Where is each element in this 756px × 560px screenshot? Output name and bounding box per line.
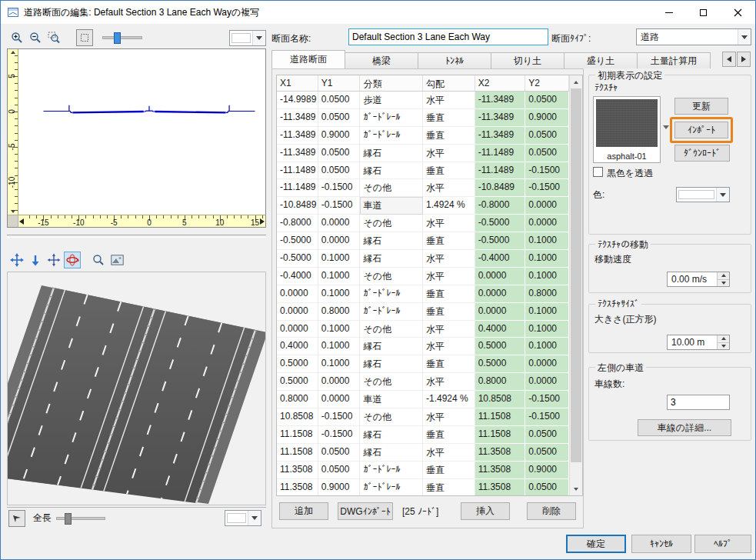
table-cell[interactable]: 0.0500 xyxy=(525,426,569,444)
table-row[interactable]: -0.50000.0000縁石垂直-0.50000.1000 xyxy=(277,232,569,250)
table-row[interactable]: -11.1489-0.1500その他水平-10.8489-0.1500 xyxy=(277,179,569,197)
column-header[interactable]: 分類 xyxy=(360,75,423,91)
table-cell[interactable]: -0.8000 xyxy=(475,197,526,215)
table-cell[interactable]: 0.1000 xyxy=(318,285,361,303)
table-cell[interactable]: -11.3489 xyxy=(277,127,318,145)
table-cell[interactable]: 0.0500 xyxy=(525,92,569,109)
add-button[interactable]: 追加 xyxy=(279,502,328,520)
orbit-button[interactable] xyxy=(64,252,81,268)
table-row[interactable]: -11.34890.9000ｶﾞｰﾄﾞﾚｰﾙ垂直-11.34890.0500 xyxy=(277,127,569,145)
tab-scroll-left[interactable] xyxy=(722,52,736,67)
table-cell[interactable]: -1.4924 % xyxy=(423,391,475,408)
zoom-out-button[interactable] xyxy=(27,29,44,46)
texture-size-spinner[interactable]: 10.00 m xyxy=(667,335,730,350)
table-cell[interactable]: 車道 xyxy=(360,197,423,215)
tab-3[interactable]: ﾄﾝﾈﾙ xyxy=(418,52,491,68)
length-slider[interactable] xyxy=(56,517,105,520)
table-cell[interactable]: 0.8000 xyxy=(525,285,569,303)
table-cell[interactable]: 0.0500 xyxy=(318,92,361,109)
table-cell[interactable]: 0.0500 xyxy=(525,127,569,145)
table-cell[interactable]: 垂直 xyxy=(423,127,475,145)
column-header[interactable]: Y2 xyxy=(525,75,569,91)
table-cell[interactable]: 0.0000 xyxy=(318,391,361,408)
table-cell[interactable]: 0.0000 xyxy=(475,285,526,303)
table-cell[interactable]: -11.1489 xyxy=(277,162,318,180)
table-cell[interactable]: 垂直 xyxy=(423,162,475,180)
table-cell[interactable]: -11.3489 xyxy=(475,92,526,109)
table-cell[interactable]: 11.1508 xyxy=(277,444,318,462)
tab-scroll-right[interactable] xyxy=(737,52,751,67)
table-cell[interactable]: 0.1000 xyxy=(525,321,569,338)
texture-dropdown-chevron[interactable] xyxy=(663,125,669,129)
table-cell[interactable]: 0.8000 xyxy=(277,391,318,408)
table-cell[interactable]: その他 xyxy=(360,215,423,232)
column-header[interactable]: 勾配 xyxy=(423,75,475,91)
table-cell[interactable]: 11.1508 xyxy=(277,426,318,444)
table-cell[interactable]: 0.0000 xyxy=(525,355,569,373)
table-cell[interactable]: -10.8489 xyxy=(475,179,526,197)
table-row[interactable]: -11.14890.0500縁石垂直-11.1489-0.1500 xyxy=(277,162,569,180)
table-cell[interactable]: 0.0000 xyxy=(525,373,569,391)
view2d-slider[interactable] xyxy=(102,36,142,39)
table-cell[interactable]: その他 xyxy=(360,268,423,285)
download-button[interactable]: ﾀﾞｳﾝﾛｰﾄﾞ xyxy=(674,145,730,162)
texture-preview[interactable]: asphalt-01 xyxy=(593,96,661,163)
panel-splitter[interactable] xyxy=(7,235,266,238)
table-cell[interactable]: 11.3508 xyxy=(277,462,318,479)
table-row[interactable]: 11.1508-0.1500縁石垂直11.15080.0500 xyxy=(277,426,569,444)
table-cell[interactable]: 水平 xyxy=(423,408,475,426)
table-cell[interactable]: 0.1000 xyxy=(525,232,569,250)
table-cell[interactable]: 0.1000 xyxy=(525,250,569,268)
table-cell[interactable]: 縁石 xyxy=(360,444,423,462)
table-row[interactable]: 10.8508-0.1500その他水平11.1508-0.1500 xyxy=(277,408,569,426)
table-cell[interactable]: 0.5000 xyxy=(475,355,526,373)
table-cell[interactable]: -11.3489 xyxy=(277,145,318,162)
background-color-combo-2d[interactable] xyxy=(229,30,266,46)
help-button[interactable]: ﾍﾙﾌﾟ xyxy=(694,535,751,553)
table-cell[interactable]: -0.1500 xyxy=(318,179,361,197)
ok-button[interactable]: 確定 xyxy=(566,535,626,553)
table-cell[interactable]: -0.1500 xyxy=(525,391,569,408)
table-scrollbar[interactable] xyxy=(569,75,582,495)
table-cell[interactable]: 0.1000 xyxy=(318,321,361,338)
cross-section-canvas[interactable] xyxy=(18,49,265,215)
table-cell[interactable]: 0.9000 xyxy=(318,479,361,495)
table-cell[interactable]: 水平 xyxy=(423,179,475,197)
table-cell[interactable]: 0.5000 xyxy=(475,338,526,355)
table-cell[interactable]: 0.1000 xyxy=(318,250,361,268)
table-row[interactable]: 0.00000.8000ｶﾞｰﾄﾞﾚｰﾙ垂直0.00000.1000 xyxy=(277,303,569,321)
table-row[interactable]: 0.50000.0000その他水平0.80000.0000 xyxy=(277,373,569,391)
table-cell[interactable]: 0.0500 xyxy=(318,109,361,127)
maximize-button[interactable] xyxy=(686,1,721,24)
table-cell[interactable]: 垂直 xyxy=(423,109,475,127)
column-header[interactable]: X1 xyxy=(277,75,318,91)
table-cell[interactable]: 0.0000 xyxy=(318,215,361,232)
close-button[interactable] xyxy=(721,1,755,24)
update-button[interactable]: 更新 xyxy=(674,98,728,115)
table-cell[interactable]: -0.1500 xyxy=(318,426,361,444)
table-cell[interactable]: 垂直 xyxy=(423,426,475,444)
table-cell[interactable]: 水平 xyxy=(423,250,475,268)
table-cell[interactable]: ｶﾞｰﾄﾞﾚｰﾙ xyxy=(360,285,423,303)
table-row[interactable]: 0.50000.1000縁石垂直0.50000.0000 xyxy=(277,355,569,373)
table-cell[interactable]: 0.0000 xyxy=(525,197,569,215)
column-header[interactable]: X2 xyxy=(475,75,526,91)
table-cell[interactable]: 11.3508 xyxy=(475,462,526,479)
table-cell[interactable]: -11.1489 xyxy=(475,162,526,180)
table-cell[interactable]: 車道 xyxy=(360,391,423,408)
table-cell[interactable]: 0.0500 xyxy=(318,462,361,479)
table-cell[interactable]: 水平 xyxy=(423,145,475,162)
move-down-button[interactable] xyxy=(27,252,44,268)
table-row[interactable]: 0.80000.0000車道-1.4924 %10.8508-0.1500 xyxy=(277,391,569,408)
table-row[interactable]: -0.80000.0000その他水平-0.50000.0000 xyxy=(277,215,569,232)
table-cell[interactable]: 10.8508 xyxy=(277,408,318,426)
table-cell[interactable]: 0.4000 xyxy=(277,338,318,355)
table-cell[interactable]: 垂直 xyxy=(423,303,475,321)
table-cell[interactable]: -11.1489 xyxy=(277,179,318,197)
table-cell[interactable]: 11.1508 xyxy=(475,426,526,444)
table-cell[interactable]: 0.5000 xyxy=(277,373,318,391)
table-cell[interactable]: その他 xyxy=(360,179,423,197)
table-cell[interactable]: -11.1489 xyxy=(475,145,526,162)
table-cell[interactable]: 0.0000 xyxy=(318,373,361,391)
table-cell[interactable]: -0.4000 xyxy=(475,250,526,268)
